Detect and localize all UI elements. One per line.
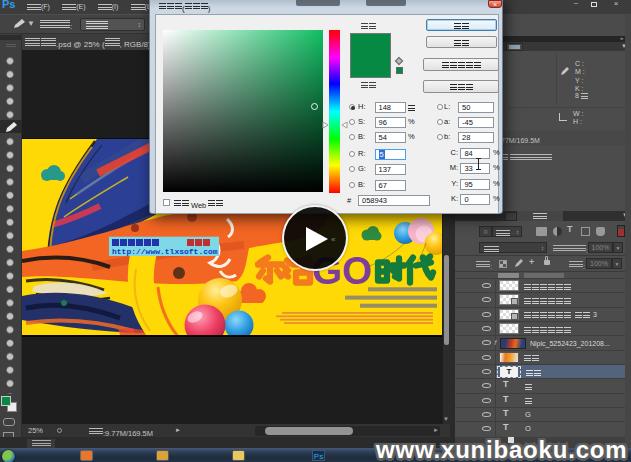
svg-text:http://www.tlxsoft.com: http://www.tlxsoft.com <box>112 247 218 256</box>
